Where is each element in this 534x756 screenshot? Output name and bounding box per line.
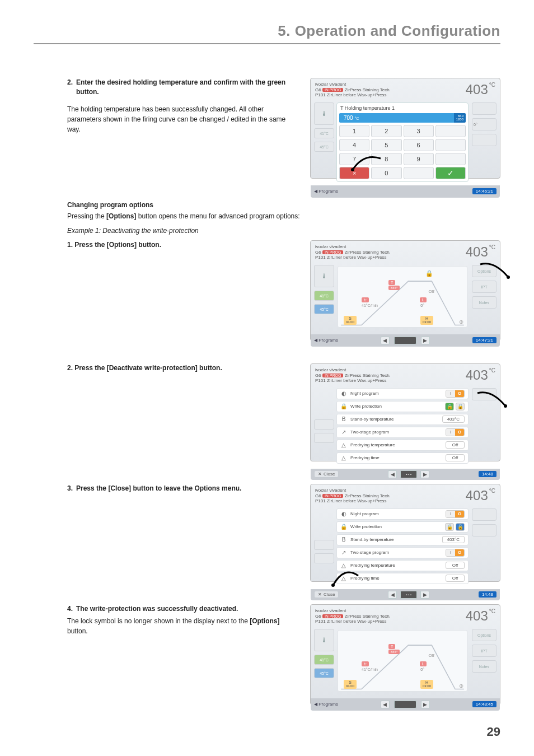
nav-next[interactable]: ▶ bbox=[421, 337, 430, 344]
close-button[interactable]: ✕ Close bbox=[314, 470, 339, 478]
page-number: 29 bbox=[487, 725, 500, 739]
key-2[interactable]: 2 bbox=[371, 125, 401, 137]
options-list: ◐Night program IO 🔒Write protection 🔒🔓 B… bbox=[336, 388, 469, 464]
key-5[interactable]: 5 bbox=[371, 139, 401, 151]
programs-button[interactable]: ◀ Programs bbox=[314, 338, 338, 343]
key-1[interactable]: 1 bbox=[339, 125, 369, 137]
keypad-input-value[interactable]: 700 °C bbox=[339, 113, 454, 123]
opt-step1: 1. Press the [Options] button. bbox=[67, 240, 299, 250]
thermometer-icon: 🌡 bbox=[314, 265, 334, 287]
opt-standby-temp: BStand-by temperature 403°C bbox=[336, 414, 469, 425]
key-9[interactable]: 9 bbox=[404, 153, 434, 165]
step2-heading: 2. Enter the desired holding temperature… bbox=[67, 78, 299, 97]
screenshot-keypad: ivoclar vivadent G6 IN PROG ZirPress Sta… bbox=[310, 78, 500, 179]
write-protection-lock-button[interactable]: 🔒 bbox=[445, 403, 454, 410]
key-4[interactable]: 4 bbox=[339, 139, 369, 151]
programs-button[interactable]: ◀ Programs bbox=[314, 702, 338, 707]
chapter-header: 5. Operation and Configuration bbox=[34, 22, 500, 44]
screenshot-options-locked: ivoclar vivadent G6 IN PROG ZirPress Sta… bbox=[310, 363, 500, 461]
options-button[interactable]: Options bbox=[472, 629, 496, 641]
opt-step4-head: 4. The write-protection was successfully… bbox=[67, 604, 299, 614]
key-blank[interactable] bbox=[435, 125, 466, 137]
key-7[interactable]: 7 bbox=[339, 153, 369, 165]
thermometer-icon: 🌡 bbox=[314, 102, 334, 125]
opt-step3: 3. Press the [Close] button to leave the… bbox=[67, 484, 299, 493]
key-0[interactable]: 0 bbox=[371, 167, 401, 179]
svg-point-1 bbox=[507, 276, 510, 279]
programs-button[interactable]: ◀ Programs bbox=[314, 189, 338, 194]
example1-label: Example 1: Deactivating the write-protec… bbox=[67, 227, 500, 235]
opt-two-stage: ↗Two-stage program IO bbox=[336, 427, 469, 438]
screenshot-curve-locked: ivoclar vivadent G6 IN PROG ZirPress Sta… bbox=[310, 240, 500, 341]
opt-step4-body: The lock symbol is no longer shown in th… bbox=[67, 616, 299, 636]
key-8[interactable]: 8 bbox=[371, 153, 401, 165]
opt-predry-temp: △Predrying temperature Off bbox=[336, 440, 469, 451]
key-blank4[interactable] bbox=[404, 167, 434, 179]
svg-point-2 bbox=[504, 404, 507, 408]
opt-write-protection: 🔒Write protection 🔒🔓 bbox=[336, 401, 469, 412]
clock: 14:46:21 bbox=[472, 188, 496, 194]
step2-body: The holding temperature has been success… bbox=[67, 104, 299, 134]
night-icon: ◐ bbox=[340, 390, 347, 396]
temp-readout: 403°C bbox=[466, 82, 495, 97]
key-blank2[interactable] bbox=[435, 139, 466, 151]
chapter-title: 5. Operation and Configuration bbox=[278, 22, 500, 39]
write-protection-unlock-button[interactable]: 🔓 bbox=[456, 403, 465, 410]
opt-predry-time: △Predrying time Off bbox=[336, 452, 469, 464]
key-cancel[interactable]: × bbox=[339, 167, 369, 179]
step2-text-block: 2. Enter the desired holding temperature… bbox=[67, 78, 299, 134]
nav-prev[interactable]: ◀ bbox=[381, 337, 390, 344]
key-3[interactable]: 3 bbox=[404, 125, 434, 137]
lock-icon: 🔒 bbox=[340, 403, 347, 409]
opt-step2: 2. Press the [Deactivate write-protectio… bbox=[67, 363, 299, 373]
night-toggle[interactable]: IO bbox=[446, 390, 465, 398]
opt-night-program: ◐Night program IO bbox=[336, 388, 469, 399]
close-button[interactable]: ✕ Close bbox=[314, 591, 339, 598]
lock-icon: 🔒 bbox=[425, 270, 433, 277]
screenshot-options-unlocked: ivoclar vivadent G6 IN PROG ZirPress Sta… bbox=[310, 484, 500, 582]
changing-options-heading: Changing program options bbox=[67, 201, 500, 209]
numeric-keypad: 1 2 3 4 5 6 7 8 9 bbox=[339, 125, 466, 179]
options-button[interactable]: Options bbox=[472, 265, 496, 277]
key-confirm[interactable]: ✓ bbox=[435, 167, 466, 179]
changing-options-body: Pressing the [Options] button opens the … bbox=[67, 211, 500, 221]
key-6[interactable]: 6 bbox=[404, 139, 434, 151]
screenshot-curve-unlocked: ivoclar vivadent G6 IN PROG ZirPress Sta… bbox=[310, 604, 500, 705]
keypad-title: T Holding temperature 1 bbox=[339, 105, 466, 111]
key-blank3[interactable] bbox=[435, 153, 466, 165]
